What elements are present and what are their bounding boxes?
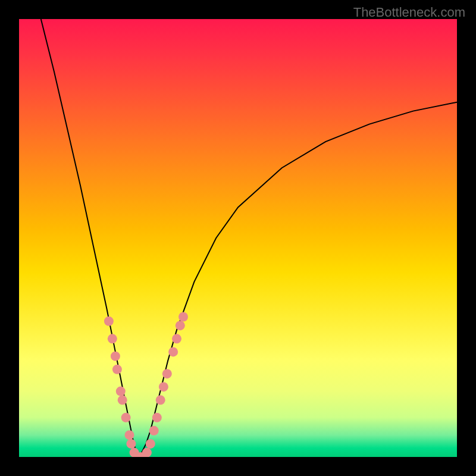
- data-marker: [162, 369, 172, 378]
- data-marker: [146, 439, 155, 449]
- watermark-label: TheBottleneck.com: [353, 5, 465, 20]
- data-marker: [104, 317, 114, 326]
- data-marker: [176, 321, 185, 330]
- data-marker: [108, 334, 117, 343]
- data-marker: [142, 448, 152, 457]
- data-marker: [172, 334, 181, 343]
- curve-line: [41, 19, 457, 457]
- plot-area: [19, 19, 457, 457]
- data-marker: [112, 365, 122, 374]
- data-marker: [111, 352, 120, 361]
- data-marker: [159, 382, 168, 392]
- bottleneck-curve: [19, 19, 457, 457]
- data-marker: [125, 430, 134, 440]
- data-marker: [178, 312, 188, 322]
- data-marker: [121, 413, 131, 422]
- data-marker: [156, 395, 165, 405]
- chart-container: TheBottleneck.com: [0, 0, 476, 476]
- data-marker: [116, 387, 126, 396]
- data-marker: [149, 426, 159, 436]
- data-marker: [126, 439, 136, 449]
- data-marker: [152, 413, 162, 422]
- data-marker: [118, 395, 127, 405]
- data-marker: [168, 347, 178, 356]
